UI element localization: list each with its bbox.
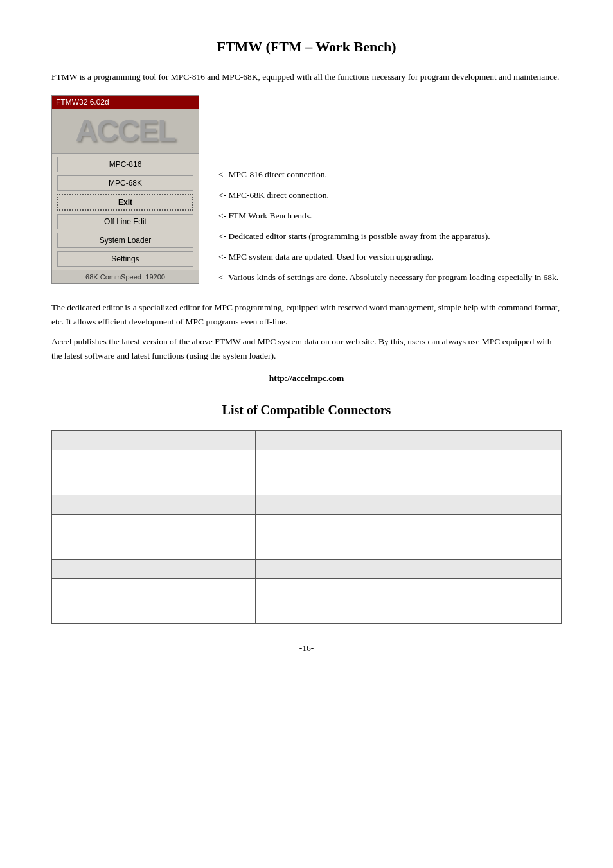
table-row: [52, 495, 562, 514]
descriptions-panel: <- MPC-816 direct connection. <- MPC-68K…: [206, 95, 562, 288]
table-cell: [52, 430, 256, 450]
logo-spacer: [218, 95, 562, 164]
app-logo: ACCEL: [75, 113, 175, 148]
table-cell: [256, 430, 562, 450]
system-loader-desc: <- MPC system data are updated. Used for…: [218, 247, 562, 267]
table-row: [52, 430, 562, 450]
system-loader-button[interactable]: System Loader: [57, 233, 193, 248]
table-cell: [256, 559, 562, 578]
page-number: -16-: [51, 643, 562, 653]
table-row: [52, 559, 562, 578]
body-paragraph-2: Accel publishes the latest version of th…: [51, 335, 562, 362]
connectors-table: [51, 430, 562, 624]
app-description-layout: FTMW32 6.02d ACCEL MPC-816 MPC-68K Exit …: [51, 95, 562, 290]
exit-button[interactable]: Exit: [57, 194, 193, 211]
app-logo-area: ACCEL: [52, 109, 199, 154]
intro-paragraph: FTMW is a programming tool for MPC-816 a…: [51, 71, 562, 84]
table-cell: [256, 578, 562, 623]
table-cell: [52, 450, 256, 495]
app-window: FTMW32 6.02d ACCEL MPC-816 MPC-68K Exit …: [51, 95, 206, 290]
mpc816-button[interactable]: MPC-816: [57, 157, 193, 172]
mpc68k-desc: <- MPC-68K direct connection.: [218, 185, 562, 206]
table-cell: [52, 495, 256, 514]
table-cell: [256, 495, 562, 514]
table-row: [52, 450, 562, 495]
website-url: http://accelmpc.com: [51, 373, 562, 384]
body-paragraph-1: The dedicated editor is a specialized ed…: [51, 301, 562, 328]
table-cell: [52, 578, 256, 623]
exit-desc: <- FTM Work Bench ends.: [218, 206, 562, 226]
table-cell: [256, 450, 562, 495]
app-status: 68K CommSpeed=19200: [52, 270, 199, 283]
mpc816-desc: <- MPC-816 direct connection.: [218, 164, 562, 185]
table-row: [52, 578, 562, 623]
table-row: [52, 514, 562, 559]
app-titlebar: FTMW32 6.02d: [52, 96, 199, 109]
ftmw-window: FTMW32 6.02d ACCEL MPC-816 MPC-68K Exit …: [51, 95, 199, 284]
table-cell: [52, 559, 256, 578]
connectors-section-title: List of Compatible Connectors: [51, 403, 562, 418]
offline-edit-desc: <- Dedicated editor starts (programming …: [218, 226, 562, 247]
settings-button[interactable]: Settings: [57, 251, 193, 267]
settings-desc: <- Various kinds of settings are done. A…: [218, 267, 562, 288]
table-cell: [256, 514, 562, 559]
offline-edit-button[interactable]: Off Line Edit: [57, 214, 193, 229]
mpc68k-button[interactable]: MPC-68K: [57, 175, 193, 191]
table-cell: [52, 514, 256, 559]
page-title: FTMW (FTM – Work Bench): [51, 39, 562, 55]
